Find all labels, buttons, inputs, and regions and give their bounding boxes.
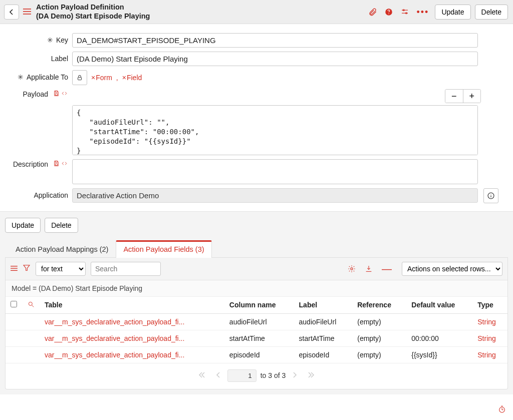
actions-on-selected-select[interactable]: Actions on selected rows... — [402, 262, 502, 276]
lower-update-button[interactable]: Update — [5, 218, 41, 233]
col-reference[interactable]: Reference — [352, 297, 406, 314]
pager: to 3 of 3 — [6, 363, 507, 389]
save-icon[interactable] — [53, 90, 60, 98]
description-textarea[interactable] — [72, 159, 478, 184]
payload-textarea[interactable] — [72, 105, 478, 155]
cell-column-name: startAtTime — [224, 330, 294, 346]
personalize-gear-icon[interactable] — [348, 265, 356, 273]
applicable-chip-form[interactable]: ×Form — [91, 74, 112, 82]
pager-range-text: to 3 of 3 — [261, 371, 286, 379]
pager-prev-icon[interactable] — [212, 371, 223, 379]
cell-label: startAtTime — [294, 330, 353, 346]
table-row[interactable]: var__m_sys_declarative_action_payload_fi… — [6, 313, 507, 330]
col-table[interactable]: Table — [40, 297, 224, 314]
svg-rect-9 — [78, 77, 82, 80]
col-default[interactable]: Default value — [406, 297, 472, 314]
header-update-button[interactable]: Update — [435, 5, 470, 20]
payload-label: Payload — [23, 90, 48, 98]
page-header: Action Payload Definition (DA Demo) Star… — [0, 0, 513, 24]
lower-delete-button[interactable]: Delete — [45, 218, 78, 233]
lock-icon[interactable] — [72, 70, 87, 85]
application-label: Application — [34, 191, 69, 199]
chevron-left-icon — [9, 9, 15, 15]
menu-icon[interactable] — [23, 8, 31, 17]
table-row[interactable]: var__m_sys_declarative_action_payload_fi… — [6, 330, 507, 346]
payload-fields-table: Table Column name Label Reference Defaul… — [6, 297, 507, 363]
cell-type: String — [472, 346, 507, 363]
cell-default: {{sysId}} — [406, 346, 472, 363]
pager-next-icon[interactable] — [290, 371, 301, 379]
cell-column-name: episodeId — [224, 346, 294, 363]
payload-collapse-button[interactable]: − — [445, 90, 463, 103]
code-icon[interactable] — [61, 160, 68, 168]
related-tabs: Action Payload Mappings (2) Action Paylo… — [5, 240, 508, 258]
tab-action-payload-mappings[interactable]: Action Payload Mappings (2) — [8, 240, 116, 258]
application-info-button[interactable] — [483, 188, 498, 203]
pager-last-icon[interactable] — [305, 371, 318, 379]
cell-reference: (empty) — [352, 313, 406, 330]
collapse-icon[interactable]: — — [382, 266, 392, 271]
col-label[interactable]: Label — [294, 297, 353, 314]
svg-rect-12 — [55, 161, 57, 163]
select-all-checkbox[interactable] — [11, 301, 17, 307]
column-search-icon[interactable] — [23, 297, 40, 314]
description-label: Description — [13, 160, 48, 168]
header-record-label: (DA Demo) Start Episode Playing — [36, 12, 150, 21]
cell-reference: (empty) — [352, 346, 406, 363]
attachment-icon[interactable] — [368, 8, 377, 17]
filter-mode-select[interactable]: for text — [36, 262, 86, 276]
cell-default — [406, 313, 472, 330]
svg-point-21 — [351, 268, 353, 270]
payload-tools: − + — [445, 89, 481, 103]
table-search-input[interactable] — [91, 262, 161, 276]
payload-expand-button[interactable]: + — [463, 90, 480, 103]
tab-action-payload-fields[interactable]: Action Payload Fields (3) — [116, 240, 211, 258]
table-row[interactable]: var__m_sys_declarative_action_payload_fi… — [6, 346, 507, 363]
svg-point-16 — [490, 194, 491, 194]
cell-column-name: audioFileUrl — [224, 313, 294, 330]
more-icon[interactable]: ••• — [416, 8, 429, 17]
application-readonly: Declarative Action Demo — [72, 188, 478, 203]
pager-first-icon[interactable] — [195, 371, 208, 379]
cell-reference: (empty) — [352, 330, 406, 346]
cell-table[interactable]: var__m_sys_declarative_action_payload_fi… — [40, 313, 224, 330]
header-icon-group: ••• — [368, 8, 429, 17]
svg-rect-11 — [55, 94, 57, 95]
svg-line-23 — [32, 305, 34, 307]
cell-default: 00:00:00 — [406, 330, 472, 346]
key-input[interactable] — [72, 33, 478, 48]
svg-point-22 — [29, 302, 32, 305]
label-label: Label — [51, 55, 68, 63]
svg-marker-20 — [24, 265, 30, 271]
back-button[interactable] — [4, 5, 19, 20]
applicable-chip-field[interactable]: ×Field — [122, 74, 142, 82]
svg-point-4 — [389, 13, 390, 14]
form-section: ✳Key Label ✳Applicable To ×Form, ×Field … — [0, 24, 513, 211]
filter-icon[interactable] — [23, 264, 31, 273]
header-titles: Action Payload Definition (DA Demo) Star… — [36, 3, 150, 21]
cell-table[interactable]: var__m_sys_declarative_action_payload_fi… — [40, 330, 224, 346]
applicable-to-label: Applicable To — [27, 73, 68, 81]
required-asterisk-icon: ✳ — [47, 36, 53, 44]
cell-table[interactable]: var__m_sys_declarative_action_payload_fi… — [40, 346, 224, 363]
table-panel: for text — Actions on selected rows... M… — [5, 258, 508, 389]
cell-type: String — [472, 330, 507, 346]
cell-type: String — [472, 313, 507, 330]
save-icon[interactable] — [53, 160, 60, 168]
pager-page-input[interactable] — [227, 369, 256, 382]
label-input[interactable] — [72, 52, 478, 66]
table-toolbar: for text — Actions on selected rows... — [6, 258, 507, 280]
help-icon[interactable] — [384, 8, 393, 17]
cell-label: audioFileUrl — [294, 313, 353, 330]
col-type[interactable]: Type — [472, 297, 507, 314]
header-delete-button[interactable]: Delete — [475, 5, 508, 20]
key-label: Key — [56, 36, 68, 44]
table-menu-icon[interactable] — [11, 264, 18, 273]
svg-rect-10 — [55, 91, 57, 93]
code-icon[interactable] — [61, 90, 68, 98]
export-icon[interactable] — [365, 265, 373, 273]
response-time-icon[interactable] — [498, 405, 506, 415]
cell-label: episodeId — [294, 346, 353, 363]
col-column-name[interactable]: Column name — [224, 297, 294, 314]
settings-sliders-icon[interactable] — [400, 8, 409, 17]
